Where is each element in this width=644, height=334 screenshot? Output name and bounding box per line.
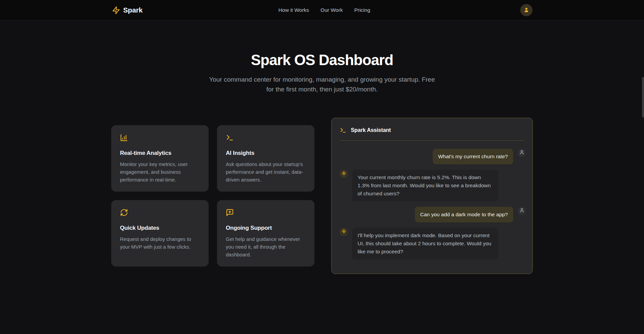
chat-header: Spark Assistant <box>340 126 526 134</box>
account-avatar-button[interactable] <box>520 4 532 16</box>
zap-icon <box>342 229 346 235</box>
page-subtitle: Your command center for monitoring, mana… <box>206 75 438 94</box>
nav-inner: Spark How it Works Our Work Pricing <box>112 4 532 16</box>
feature-description: Monitor your key metrics, user engagemen… <box>120 160 200 184</box>
page-title: Spark OS Dashboard <box>0 52 644 68</box>
assistant-avatar <box>340 170 348 178</box>
feature-card-ai-insights: AI Insights Ask questions about your sta… <box>217 125 314 192</box>
feature-title: AI Insights <box>226 150 306 157</box>
nav-link-our-work[interactable]: Our Work <box>320 7 343 13</box>
top-nav: Spark How it Works Our Work Pricing <box>0 0 644 21</box>
nav-link-pricing[interactable]: Pricing <box>354 7 370 13</box>
feature-description: Request and deploy changes to your MVP w… <box>120 235 200 251</box>
chat-message-assistant: I'll help you implement dark mode. Based… <box>340 228 526 259</box>
feature-title: Quick Updates <box>120 225 200 231</box>
user-icon <box>523 7 529 14</box>
user-message-bubble: Can you add a dark mode to the app? <box>415 207 513 222</box>
chart-column-icon <box>120 134 200 142</box>
chat-message-assistant: Your current monthly churn rate is 5.2%.… <box>340 170 526 201</box>
page-scrollbar-track <box>642 0 644 334</box>
nav-links: How it Works Our Work Pricing <box>278 7 370 13</box>
spark-assistant-panel: Spark Assistant What's my current churn … <box>331 118 533 274</box>
user-message-bubble: What's my current churn rate? <box>433 149 513 164</box>
chat-message-user: What's my current churn rate? <box>340 149 526 164</box>
user-avatar <box>518 149 526 157</box>
chat-header-divider <box>340 140 524 141</box>
hero-section: Spark OS Dashboard Your command center f… <box>0 21 644 94</box>
user-outline-icon <box>519 208 524 214</box>
message-square-plus-icon <box>226 208 306 217</box>
feature-title: Ongoing Support <box>226 225 306 231</box>
zap-icon <box>342 171 346 177</box>
zap-icon <box>112 6 120 15</box>
brand-name: Spark <box>123 6 143 14</box>
feature-title: Real-time Analytics <box>120 150 200 157</box>
feature-card-ongoing-support: Ongoing Support Get help and guidance wh… <box>217 200 314 267</box>
brand-logo[interactable]: Spark <box>112 6 143 15</box>
content-row: Real-time Analytics Monitor your key met… <box>0 118 644 274</box>
assistant-message-bubble: I'll help you implement dark mode. Based… <box>352 228 498 259</box>
feature-card-quick-updates: Quick Updates Request and deploy changes… <box>111 200 209 267</box>
assistant-message-bubble: Your current monthly churn rate is 5.2%.… <box>352 170 498 201</box>
refresh-icon <box>120 208 200 217</box>
chat-messages: What's my current churn rate? <box>340 149 526 259</box>
assistant-avatar <box>340 228 348 236</box>
user-avatar <box>518 207 526 215</box>
terminal-icon <box>340 127 346 134</box>
chat-panel-title: Spark Assistant <box>351 127 391 133</box>
user-outline-icon <box>519 150 524 156</box>
terminal-icon <box>226 134 306 142</box>
feature-description: Get help and guidance whenever you need … <box>226 235 306 258</box>
features-grid: Real-time Analytics Monitor your key met… <box>111 125 314 267</box>
nav-link-how-it-works[interactable]: How it Works <box>278 7 309 13</box>
feature-description: Ask questions about your startup's perfo… <box>226 160 306 184</box>
feature-card-real-time-analytics: Real-time Analytics Monitor your key met… <box>111 125 209 192</box>
page-scrollbar-thumb[interactable] <box>642 77 644 117</box>
chat-message-user: Can you add a dark mode to the app? <box>340 207 526 222</box>
